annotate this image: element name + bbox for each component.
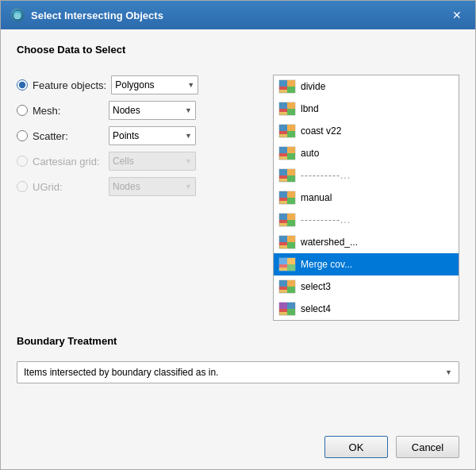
choose-data-section: Feature objects: Polygons ▼ Mesh: Nodes … [17,75,459,321]
dropdown-mesh[interactable]: Nodes ▼ [109,101,196,120]
layer-icon [278,279,296,294]
list-item[interactable]: lbnd [274,98,459,120]
svg-rect-3 [279,80,287,87]
svg-rect-44 [287,264,295,271]
svg-rect-21 [287,147,295,153]
title-bar: ◎ Select Intersecting Objects ✕ [1,1,475,29]
list-item-label: ----------... [301,214,351,225]
svg-rect-31 [287,191,295,198]
svg-rect-29 [287,198,295,204]
svg-rect-34 [287,220,295,226]
chevron-down-icon: ▼ [185,183,192,191]
radio-row-scatter: Scatter: Points ▼ [17,125,265,146]
label-cartesian: Cartesian grid: [33,156,104,168]
list-item-label: divide [301,81,325,92]
list-item-label: coast v22 [301,125,341,137]
svg-rect-20 [279,153,287,156]
list-item-label: select4 [301,303,331,314]
dialog-footer: OK Cancel [1,428,475,469]
list-item-label: auto [301,148,319,159]
svg-rect-50 [279,287,287,290]
svg-rect-43 [279,258,287,264]
label-mesh: Mesh: [33,105,104,117]
boundary-section: Boundary Treatment Items intersected by … [17,335,459,383]
svg-rect-54 [287,309,295,315]
dropdown-feature[interactable]: Polygons ▼ [111,75,198,94]
svg-rect-10 [279,109,287,112]
layer-icon [278,168,296,183]
chevron-down-icon: ▼ [185,106,192,114]
svg-rect-13 [279,125,287,131]
list-item[interactable]: select3 [274,275,459,298]
svg-rect-9 [287,109,295,115]
svg-rect-11 [287,102,295,109]
list-item-selected[interactable]: Merge cov... [274,253,459,275]
svg-rect-35 [279,220,287,223]
svg-rect-55 [279,309,287,312]
label-feature: Feature objects: [33,79,106,91]
list-item[interactable]: auto [274,142,459,164]
label-scatter: Scatter: [33,130,104,142]
layer-icon [278,213,296,227]
list-item-label: watershed_... [301,237,358,248]
radio-ugrid [17,181,28,192]
svg-text:◎: ◎ [14,12,21,20]
radio-row-mesh: Mesh: Nodes ▼ [17,100,265,121]
svg-rect-28 [279,191,287,198]
svg-rect-38 [279,236,287,242]
svg-rect-46 [287,258,295,264]
radio-options: Feature objects: Polygons ▼ Mesh: Nodes … [17,75,265,321]
list-item-separator[interactable]: ----------... [274,164,459,187]
svg-rect-45 [279,264,287,268]
svg-rect-40 [279,242,287,245]
chevron-down-icon: ▼ [185,157,192,165]
radio-mesh[interactable] [17,105,28,116]
dropdown-ugrid: Nodes ▼ [109,177,196,196]
boundary-dropdown[interactable]: Items intersected by boundary classified… [17,361,459,383]
dialog-icon: ◎ [10,8,25,22]
list-item-label: lbnd [301,103,319,114]
list-item[interactable]: coast v22 [274,120,459,142]
svg-rect-51 [287,280,295,287]
radio-row-ugrid: UGrid: Nodes ▼ [17,176,265,197]
cancel-button[interactable]: Cancel [396,436,459,458]
radio-row-cartesian: Cartesian grid: Cells ▼ [17,151,265,171]
svg-rect-15 [279,131,287,134]
svg-rect-6 [287,80,295,87]
list-item-separator[interactable]: ----------... [274,209,459,231]
radio-feature[interactable] [17,79,28,91]
svg-rect-33 [279,214,287,220]
svg-rect-25 [279,175,287,179]
layer-icon [278,102,296,116]
radio-row-feature: Feature objects: Polygons ▼ [17,75,265,95]
ok-button[interactable]: OK [324,436,388,458]
layer-icon [278,146,296,160]
svg-rect-53 [279,302,287,309]
list-item[interactable]: manual [274,187,459,209]
svg-rect-48 [279,280,287,287]
svg-rect-14 [287,131,295,137]
svg-rect-4 [287,87,295,93]
layer-icon [278,79,296,94]
svg-rect-19 [287,153,295,160]
svg-rect-41 [287,236,295,242]
layer-list[interactable]: divide lbnd [273,75,459,321]
title-bar-left: ◎ Select Intersecting Objects [10,8,163,22]
layer-icon [278,191,296,205]
list-item[interactable]: select4 [274,298,459,320]
svg-rect-24 [287,175,295,182]
svg-rect-39 [287,242,295,248]
svg-rect-8 [279,102,287,109]
dropdown-scatter[interactable]: Points ▼ [109,126,196,145]
svg-rect-49 [287,287,295,293]
radio-scatter[interactable] [17,130,28,141]
list-item-label: select3 [301,281,331,292]
svg-rect-18 [279,147,287,153]
svg-rect-16 [287,125,295,131]
svg-rect-36 [287,214,295,220]
close-button[interactable]: ✕ [448,6,466,24]
layer-icon [278,257,296,272]
list-item[interactable]: divide [274,75,459,98]
list-item-label: manual [301,192,332,203]
list-item[interactable]: watershed_... [274,231,459,253]
